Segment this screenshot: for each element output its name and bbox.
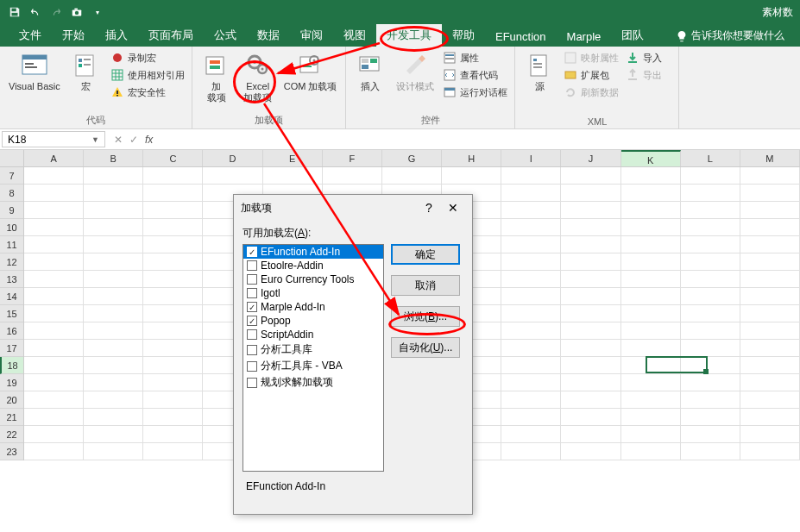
record-macro-button[interactable]: 录制宏 bbox=[109, 50, 186, 66]
tab-formulas[interactable]: 公式 bbox=[204, 24, 247, 47]
cell[interactable] bbox=[561, 374, 620, 391]
cell[interactable] bbox=[740, 305, 800, 322]
tab-data[interactable]: 数据 bbox=[247, 24, 290, 47]
cell[interactable] bbox=[442, 167, 501, 185]
tab-marple[interactable]: Marple bbox=[557, 27, 612, 47]
cell[interactable] bbox=[501, 288, 561, 305]
cell[interactable] bbox=[561, 219, 620, 236]
xml-source-button[interactable]: 源 bbox=[520, 50, 558, 94]
properties-button[interactable]: 属性 bbox=[441, 50, 509, 66]
checkbox-icon[interactable] bbox=[247, 378, 257, 388]
cell[interactable] bbox=[84, 340, 143, 357]
formula-input[interactable] bbox=[160, 129, 800, 149]
run-dialog-button[interactable]: 运行对话框 bbox=[441, 84, 509, 100]
cell[interactable] bbox=[501, 236, 561, 253]
cell[interactable] bbox=[681, 167, 740, 185]
addin-list-item[interactable]: 规划求解加载项 bbox=[243, 374, 383, 391]
row-header[interactable]: 17 bbox=[0, 340, 23, 357]
cell[interactable] bbox=[24, 202, 84, 219]
relative-ref-button[interactable]: 使用相对引用 bbox=[109, 67, 186, 83]
cell[interactable] bbox=[740, 443, 800, 460]
cell[interactable] bbox=[740, 288, 800, 305]
row-header[interactable]: 15 bbox=[0, 305, 23, 322]
row-header[interactable]: 7 bbox=[0, 167, 23, 185]
cell[interactable] bbox=[143, 443, 203, 460]
cell[interactable] bbox=[681, 322, 740, 340]
cell[interactable] bbox=[681, 374, 740, 391]
cell[interactable] bbox=[84, 288, 143, 305]
automation-button[interactable]: 自动化(U)... bbox=[391, 337, 460, 358]
cell[interactable] bbox=[681, 340, 740, 357]
tab-efunction[interactable]: EFunction bbox=[485, 27, 557, 47]
row-headers[interactable]: 7891011121314151617181920212223 bbox=[0, 167, 24, 460]
cell[interactable] bbox=[561, 322, 620, 340]
save-icon[interactable] bbox=[7, 4, 22, 20]
row-header[interactable]: 9 bbox=[0, 202, 23, 219]
cell[interactable] bbox=[740, 202, 800, 219]
addin-list-item[interactable]: 分析工具库 - VBA bbox=[243, 358, 383, 374]
cell[interactable] bbox=[621, 443, 681, 460]
cell[interactable] bbox=[621, 391, 681, 409]
addins-button[interactable]: 加 载项 bbox=[198, 50, 236, 105]
cell[interactable] bbox=[681, 253, 740, 271]
dialog-titlebar[interactable]: 加载项 ? ✕ bbox=[234, 195, 472, 221]
cell[interactable] bbox=[143, 167, 203, 185]
cell[interactable] bbox=[24, 391, 84, 409]
cell[interactable] bbox=[501, 219, 561, 236]
cell[interactable] bbox=[84, 426, 143, 443]
cell[interactable] bbox=[561, 167, 620, 185]
cell[interactable] bbox=[84, 253, 143, 271]
cell[interactable] bbox=[501, 167, 561, 185]
cell[interactable] bbox=[84, 167, 143, 185]
cell[interactable] bbox=[681, 288, 740, 305]
dialog-help-button[interactable]: ? bbox=[417, 201, 441, 215]
cell[interactable] bbox=[740, 426, 800, 443]
check-icon[interactable]: ✓ bbox=[129, 134, 138, 146]
cell[interactable] bbox=[143, 322, 203, 340]
view-code-button[interactable]: 查看代码 bbox=[441, 67, 509, 83]
cell[interactable] bbox=[621, 357, 681, 374]
cell[interactable] bbox=[84, 443, 143, 460]
cell[interactable] bbox=[681, 305, 740, 322]
cell[interactable] bbox=[143, 271, 203, 288]
cell[interactable] bbox=[24, 426, 84, 443]
com-addins-button[interactable]: COM 加载项 bbox=[280, 50, 341, 94]
cell[interactable] bbox=[740, 236, 800, 253]
cell[interactable] bbox=[501, 253, 561, 271]
column-header[interactable]: K bbox=[621, 150, 681, 166]
cell[interactable] bbox=[501, 443, 561, 460]
cell[interactable] bbox=[143, 288, 203, 305]
cell[interactable] bbox=[143, 253, 203, 271]
design-mode-button[interactable]: 设计模式 bbox=[393, 50, 438, 94]
cell[interactable] bbox=[143, 409, 203, 426]
cell[interactable] bbox=[561, 271, 620, 288]
tab-layout[interactable]: 页面布局 bbox=[138, 24, 204, 47]
cell[interactable] bbox=[84, 391, 143, 409]
cell[interactable] bbox=[681, 219, 740, 236]
cell[interactable] bbox=[24, 167, 84, 185]
column-header[interactable]: L bbox=[681, 150, 740, 166]
cell[interactable] bbox=[323, 167, 382, 185]
cell[interactable] bbox=[382, 167, 442, 185]
cell[interactable] bbox=[681, 426, 740, 443]
expansion-pack-button[interactable]: 扩展包 bbox=[562, 67, 620, 83]
cell[interactable] bbox=[263, 167, 323, 185]
cell[interactable] bbox=[501, 391, 561, 409]
addin-list-item[interactable]: 分析工具库 bbox=[243, 341, 383, 358]
tab-view[interactable]: 视图 bbox=[333, 24, 376, 47]
cell[interactable] bbox=[24, 253, 84, 271]
cell[interactable] bbox=[740, 340, 800, 357]
tab-home[interactable]: 开始 bbox=[52, 24, 95, 47]
cell[interactable] bbox=[24, 409, 84, 426]
cell[interactable] bbox=[561, 443, 620, 460]
cell[interactable] bbox=[24, 374, 84, 391]
undo-icon[interactable] bbox=[28, 4, 43, 20]
cell[interactable] bbox=[561, 236, 620, 253]
macro-security-button[interactable]: 宏安全性 bbox=[109, 84, 186, 100]
cell[interactable] bbox=[740, 219, 800, 236]
qat-dropdown-icon[interactable]: ▾ bbox=[90, 4, 105, 20]
cell[interactable] bbox=[621, 202, 681, 219]
cell[interactable] bbox=[143, 219, 203, 236]
cell[interactable] bbox=[561, 305, 620, 322]
cell[interactable] bbox=[740, 357, 800, 374]
